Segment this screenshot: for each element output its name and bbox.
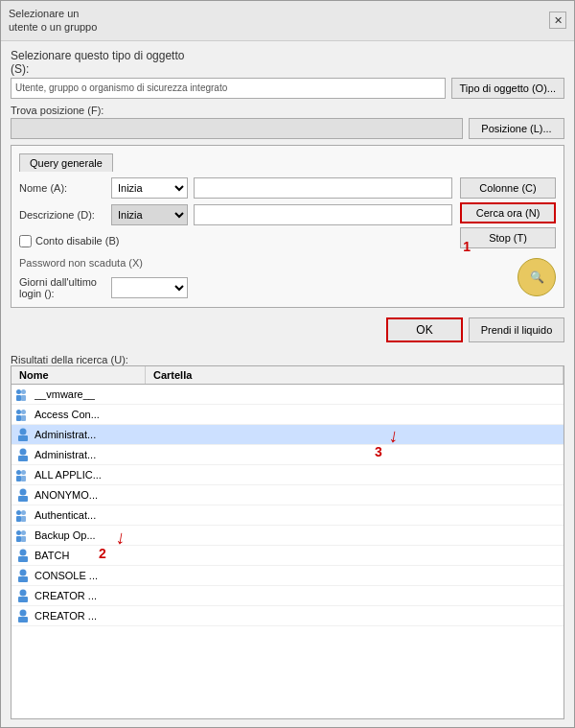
title-bar: Selezionare un utente o un gruppo ✕ xyxy=(1,1,574,41)
checkbox-row: Conto disabile (B) xyxy=(19,235,452,247)
position-input[interactable] xyxy=(11,118,463,139)
cerca-ora-button[interactable]: Cerca ora (N) xyxy=(460,202,556,223)
close-button[interactable]: ✕ xyxy=(549,12,566,29)
row-name: Authenticat... xyxy=(34,509,150,521)
table-row[interactable]: ALL APPLIC... xyxy=(12,465,564,485)
row-icon xyxy=(15,467,31,482)
svg-point-19 xyxy=(16,510,21,515)
svg-rect-12 xyxy=(16,476,21,481)
svg-rect-28 xyxy=(18,576,28,582)
giorni-select[interactable] xyxy=(111,277,188,298)
title-line1: Selezionare un xyxy=(9,7,97,20)
svg-point-13 xyxy=(16,470,21,475)
svg-point-29 xyxy=(20,569,27,575)
query-left: Nome (A): Inizia Contiene È Descrizione … xyxy=(19,177,452,299)
svg-rect-26 xyxy=(18,556,28,562)
svg-rect-2 xyxy=(21,395,26,401)
object-type-label: Selezionare questo tipo di oggetto (S): xyxy=(11,49,564,76)
query-tab: Query generale xyxy=(19,153,113,172)
right-buttons: Colonne (C) Cerca ora (N) Stop (T) 🔍 xyxy=(460,177,556,299)
search-icon: 🔍 xyxy=(518,258,556,296)
svg-point-31 xyxy=(20,589,27,596)
svg-rect-20 xyxy=(21,516,26,522)
position-section: Trova posizione (F): Posizione (L)... xyxy=(11,105,564,139)
desc-label: Descrizione (D): xyxy=(19,209,105,221)
stop-button[interactable]: Stop (T) xyxy=(460,227,556,248)
results-label: Risultati della ricerca (U): xyxy=(11,354,564,365)
svg-rect-0 xyxy=(16,395,21,401)
svg-point-33 xyxy=(20,609,27,616)
col-cartella-header: Cartella xyxy=(146,366,564,384)
svg-rect-18 xyxy=(16,516,21,522)
bottom-buttons: OK Prendi il liquido xyxy=(11,314,564,346)
svg-rect-24 xyxy=(21,536,26,542)
col-nome-header: Nome xyxy=(12,366,146,384)
row-icon xyxy=(15,588,31,603)
table-row[interactable]: ANONYMO... xyxy=(12,485,564,505)
nome-row: Nome (A): Inizia Contiene È xyxy=(19,177,452,199)
checkbox-label: Conto disabile (B) xyxy=(35,235,119,247)
desc-input[interactable] xyxy=(194,204,452,225)
table-row[interactable]: Backup Op... xyxy=(12,526,564,546)
query-box: Query generale Nome (A): Inizia Contiene… xyxy=(11,145,564,308)
row-name: Administrat... xyxy=(34,429,150,440)
table-row[interactable]: Administrat... xyxy=(12,425,564,445)
ok-button[interactable]: OK xyxy=(386,317,463,342)
svg-point-15 xyxy=(21,470,26,475)
query-main: Nome (A): Inizia Contiene È Descrizione … xyxy=(19,177,556,299)
object-type-button[interactable]: Tipo di oggetto (O)... xyxy=(451,78,564,99)
row-icon xyxy=(15,548,31,563)
row-icon xyxy=(15,487,31,503)
nome-label: Nome (A): xyxy=(19,182,105,194)
object-type-input[interactable] xyxy=(11,78,446,99)
table-row[interactable]: __vmware__ xyxy=(12,385,564,405)
table-row[interactable]: CREATOR ... xyxy=(12,606,564,626)
row-name: Backup Op... xyxy=(34,529,150,541)
svg-rect-4 xyxy=(16,415,21,421)
svg-rect-16 xyxy=(18,496,28,502)
nome-input[interactable] xyxy=(194,177,452,199)
main-dialog: Selezionare un utente o un gruppo ✕ Sele… xyxy=(0,0,575,728)
object-type-section: Selezionare questo tipo di oggetto (S): … xyxy=(11,49,564,99)
svg-rect-10 xyxy=(18,456,28,461)
position-row: Posizione (L)... xyxy=(11,118,564,139)
svg-rect-6 xyxy=(21,415,26,421)
row-icon xyxy=(15,528,31,543)
svg-rect-32 xyxy=(18,617,28,622)
conto-disabile-checkbox[interactable] xyxy=(19,235,32,247)
svg-rect-30 xyxy=(18,597,28,602)
object-type-row: Tipo di oggetto (O)... xyxy=(11,78,564,99)
table-row[interactable]: CONSOLE ... xyxy=(12,566,564,586)
row-icon xyxy=(15,407,31,422)
row-name: CREATOR ... xyxy=(34,610,150,622)
table-row[interactable]: Access Con... xyxy=(12,405,564,425)
colonne-button[interactable]: Colonne (C) xyxy=(460,177,556,199)
desc-row: Descrizione (D): Inizia Contiene È xyxy=(19,204,452,225)
giorni-row: Giorni dall'ultimo login (): xyxy=(19,276,452,299)
table-row[interactable]: BATCH xyxy=(12,546,564,566)
svg-point-7 xyxy=(21,410,26,414)
svg-point-9 xyxy=(20,428,27,434)
table-row[interactable]: Administrat... xyxy=(12,445,564,465)
row-name: ANONYMO... xyxy=(34,489,150,501)
row-name: Access Con... xyxy=(34,409,150,420)
row-name: CONSOLE ... xyxy=(34,570,150,581)
svg-point-5 xyxy=(16,410,21,414)
giorni-label: Giorni dall'ultimo login (): xyxy=(19,276,105,299)
svg-rect-8 xyxy=(18,435,28,441)
row-icon xyxy=(15,387,31,402)
svg-point-23 xyxy=(16,530,21,535)
search-icon-area: 🔍 xyxy=(460,258,556,296)
results-scroll[interactable]: __vmware__Access Con...Administrat...Adm… xyxy=(12,385,564,718)
row-icon xyxy=(15,507,31,523)
nome-select[interactable]: Inizia Contiene È xyxy=(111,177,188,199)
desc-select[interactable]: Inizia Contiene È xyxy=(111,204,188,225)
table-row[interactable]: Authenticat... xyxy=(12,505,564,526)
prendi-button[interactable]: Prendi il liquido xyxy=(469,317,564,342)
row-icon xyxy=(15,447,31,462)
table-row[interactable]: CREATOR ... xyxy=(12,586,564,606)
position-button[interactable]: Posizione (L)... xyxy=(469,118,564,139)
dialog-body: Selezionare questo tipo di oggetto (S): … xyxy=(1,41,574,727)
row-icon xyxy=(15,608,31,623)
position-label: Trova posizione (F): xyxy=(11,105,564,116)
